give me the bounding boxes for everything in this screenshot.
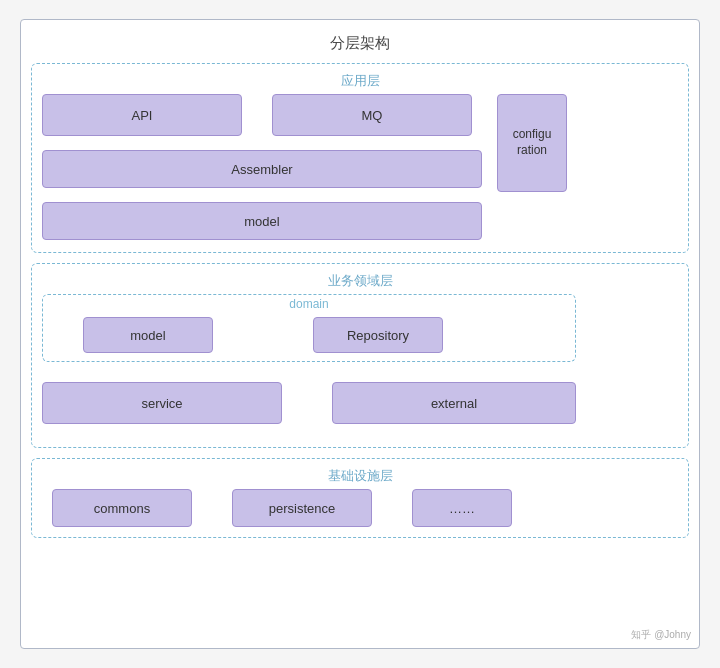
box-configuration: configuration bbox=[497, 94, 567, 192]
domain-layer-label: 业务领域层 bbox=[42, 272, 678, 290]
main-title: 分层架构 bbox=[31, 30, 689, 53]
box-model-domain: model bbox=[83, 317, 213, 353]
diagram-container: 分层架构 应用层 API MQ configuration Assembler … bbox=[20, 19, 700, 649]
domain-layer: 业务领域层 domain model Repository service ex… bbox=[31, 263, 689, 448]
app-layer-label: 应用层 bbox=[42, 72, 678, 90]
box-api: API bbox=[42, 94, 242, 136]
box-persistence: persistence bbox=[232, 489, 372, 527]
infra-layer: 基础设施层 commons persistence …… bbox=[31, 458, 689, 538]
box-dots: …… bbox=[412, 489, 512, 527]
box-assembler: Assembler bbox=[42, 150, 482, 188]
domain-sublabel: domain bbox=[43, 297, 575, 311]
box-commons: commons bbox=[52, 489, 192, 527]
box-mq: MQ bbox=[272, 94, 472, 136]
box-repository: Repository bbox=[313, 317, 443, 353]
box-external: external bbox=[332, 382, 576, 424]
app-layer: 应用层 API MQ configuration Assembler model bbox=[31, 63, 689, 253]
box-service: service bbox=[42, 382, 282, 424]
infra-layer-label: 基础设施层 bbox=[42, 467, 678, 485]
domain-inner: domain model Repository service external bbox=[42, 294, 678, 444]
box-model-app: model bbox=[42, 202, 482, 240]
domain-inner-box: domain model Repository bbox=[42, 294, 576, 362]
app-inner: API MQ configuration Assembler model bbox=[42, 94, 678, 249]
infra-inner: commons persistence …… bbox=[42, 489, 678, 535]
watermark: 知乎 @Johny bbox=[631, 628, 691, 642]
